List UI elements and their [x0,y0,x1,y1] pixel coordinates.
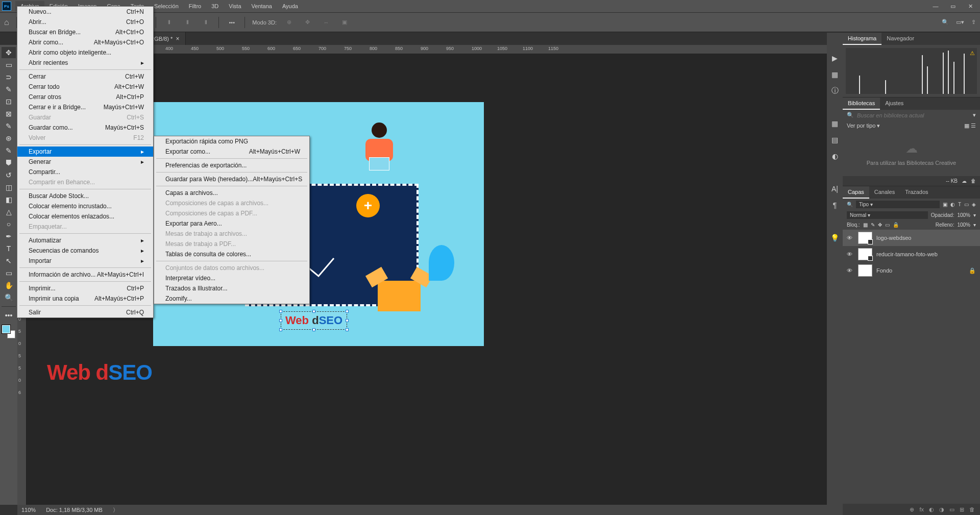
lock-position-icon[interactable]: ✎ [871,222,875,228]
new-group-icon[interactable]: ▭ [949,506,954,513]
brush-tool-icon[interactable]: ✎ [2,145,16,156]
menu-item-buscar-en-bridge[interactable]: Buscar en Bridge...Alt+Ctrl+O [17,27,153,37]
menu-item-abrir-recientes[interactable]: Abrir recientes▸ [17,58,153,68]
link-layers-icon[interactable]: ⊕ [910,506,914,513]
menu-item-exportar-para-aero[interactable]: Exportar para Aero... [154,218,309,229]
lock-pixels-icon[interactable]: ▦ [863,222,868,228]
delete-layer-icon[interactable]: 🗑 [969,506,975,512]
visibility-icon[interactable]: 👁 [847,235,854,241]
tab-histograma[interactable]: Histograma [843,33,881,45]
menu-item-exportaci-n-r-pida-como-png[interactable]: Exportación rápida como PNG [154,136,309,146]
path-select-tool-icon[interactable]: ↖ [2,255,16,266]
filter-type-icon[interactable]: T [958,202,961,207]
menu-item-trazados-a-illustrator[interactable]: Trazados a Illustrator... [154,283,309,293]
layer-row[interactable]: 👁 reducir-tamano-foto-web [843,246,980,262]
home-icon[interactable]: ⌂ [4,18,9,27]
menu-item-abrir-como[interactable]: Abrir como...Alt+Mayús+Ctrl+O [17,37,153,47]
layer-thumbnail[interactable] [858,264,872,277]
3d-pan-icon[interactable]: ✥ [302,17,313,28]
filter-adjust-icon[interactable]: ◐ [950,202,955,207]
menu-item-compartir[interactable]: Compartir... [17,167,153,177]
menu-item-interpretar-v-deo[interactable]: Interpretar vídeo... [154,273,309,283]
layer-name[interactable]: Fondo [876,267,892,274]
dodge-tool-icon[interactable]: ○ [2,218,16,230]
menu-item-imprimir[interactable]: Imprimir...Ctrl+P [17,283,153,293]
menu-item-exportar-como[interactable]: Exportar como...Alt+Mayús+Ctrl+W [154,146,309,157]
tab-ajustes[interactable]: Ajustes [880,97,909,110]
dropdown-icon[interactable]: ▾ [973,112,976,118]
panel-icon-1[interactable]: ▦ [830,69,840,80]
menu-item-capas-a-archivos[interactable]: Capas a archivos... [154,188,309,198]
menu-item-abrir-como-objeto-inteligente[interactable]: Abrir como objeto inteligente... [17,47,153,58]
lightbulb-icon[interactable]: 💡 [830,233,840,243]
lock-all-icon[interactable]: 🔒 [893,222,899,228]
menu-item-salir[interactable]: SalirCtrl+Q [17,307,153,317]
filter-image-icon[interactable]: ▣ [943,202,947,207]
layer-row[interactable]: 👁 logo-webdseo [843,230,980,246]
3d-camera-icon[interactable]: ▣ [339,17,350,28]
menu-filtro[interactable]: Filtro [184,1,206,11]
menu-item-colocar-elemento-incrustado[interactable]: Colocar elemento incrustado... [17,201,153,211]
close-window-icon[interactable]: ✕ [967,3,974,10]
zoom-tool-icon[interactable]: 🔍 [2,292,16,303]
minimize-icon[interactable]: — [932,3,939,10]
menu-item-nuevo[interactable]: Nuevo...Ctrl+N [17,7,153,17]
tab-bibliotecas[interactable]: Bibliotecas [843,97,880,110]
menu-selección[interactable]: Selección [149,1,184,11]
menu-vista[interactable]: Vista [224,1,246,11]
layer-filter-type[interactable]: Tipo ▾ [856,201,940,208]
layer-thumbnail[interactable] [858,248,872,260]
3d-orbit-icon[interactable]: ⊕ [284,17,295,28]
menu-item-exportar[interactable]: Exportar▸ [17,146,153,157]
doc-size[interactable]: Doc: 1,18 MB/3,30 MB [46,507,103,513]
search-icon[interactable]: 🔍 [942,19,949,26]
lasso-tool-icon[interactable]: ⊃ [2,71,16,83]
color-swatches[interactable] [2,325,15,338]
3d-slide-icon[interactable]: ↔ [321,17,332,28]
swatches-icon[interactable]: ▦ [830,118,840,129]
layer-mask-icon[interactable]: ◐ [929,506,934,513]
selected-logo-object[interactable]: Web dSEO [281,311,347,330]
tab-trazados[interactable]: Trazados [900,186,933,199]
artboard-tool-icon[interactable]: ▭ [2,59,16,70]
share-icon[interactable]: ⇪ [971,19,976,26]
foreground-color-swatch[interactable] [2,325,10,333]
quick-select-tool-icon[interactable]: ✎ [2,84,16,95]
distribute-3-icon[interactable]: ⫴ [200,17,211,28]
menu-item-imprimir-una-copia[interactable]: Imprimir una copiaAlt+Mayús+Ctrl+P [17,293,153,304]
layer-thumbnail[interactable] [858,232,872,244]
history-brush-tool-icon[interactable]: ↺ [2,169,16,181]
stamp-tool-icon[interactable]: ⛊ [2,157,16,168]
menu-item-cerrar-e-ir-a-bridge[interactable]: Cerrar e ir a Bridge...Mayús+Ctrl+W [17,102,153,112]
edit-toolbar-icon[interactable]: ••• [2,310,16,321]
eraser-tool-icon[interactable]: ◫ [2,182,16,193]
menu-item-informaci-n-de-archivo[interactable]: Información de archivo...Alt+Mayús+Ctrl+… [17,269,153,280]
menu-item-tablas-de-consulta-de-colores[interactable]: Tablas de consulta de colores... [154,249,309,259]
move-tool-icon[interactable]: ✥ [2,47,16,58]
frame-tool-icon[interactable]: ⊠ [2,108,16,119]
grid-view-icon[interactable]: ▦ [964,122,969,129]
distribute-1-icon[interactable]: ⫴ [163,17,175,28]
blend-mode-select[interactable]: Normal ▾ [847,211,928,219]
eyedropper-tool-icon[interactable]: ✎ [2,120,16,132]
menu-item-guardar-como[interactable]: Guardar como...Mayús+Ctrl+S [17,122,153,133]
character-icon[interactable]: A| [830,184,840,194]
layer-row[interactable]: 👁 Fondo 🔒 [843,262,980,279]
library-filter-label[interactable]: Ver por tipo [847,122,875,129]
maximize-icon[interactable]: ▭ [949,3,957,10]
trash-icon[interactable]: 🗑 [971,178,976,184]
visibility-icon[interactable]: 👁 [847,251,854,257]
new-fill-icon[interactable]: ◑ [939,506,944,513]
library-search-input[interactable] [857,112,970,118]
menu-item-abrir[interactable]: Abrir...Ctrl+O [17,17,153,27]
adjustments-icon[interactable]: ◐ [830,151,840,161]
lock-move-icon[interactable]: ✥ [878,222,882,228]
zoom-level[interactable]: 110% [21,507,36,513]
new-layer-icon[interactable]: ⊞ [960,506,964,513]
menu-item-guardar-para-web-heredado[interactable]: Guardar para Web (heredado)...Alt+Mayús+… [154,174,309,184]
opacity-value[interactable]: 100% [957,212,970,218]
gradient-tool-icon[interactable]: ◧ [2,194,16,205]
menu-item-zoomify[interactable]: Zoomify... [154,293,309,304]
rectangle-tool-icon[interactable]: ▭ [2,267,16,279]
tab-capas[interactable]: Capas [843,186,869,199]
